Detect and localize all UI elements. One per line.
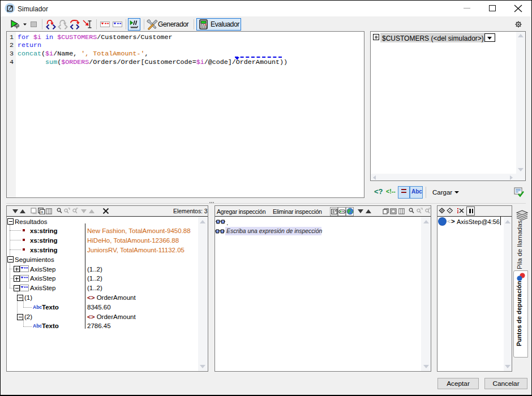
svg-text:a: a [41, 210, 43, 214]
